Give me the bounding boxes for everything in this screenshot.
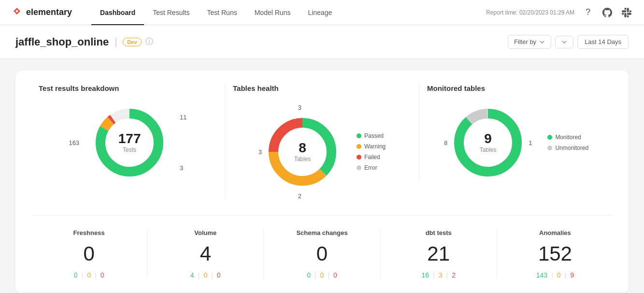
tables-health-section: Tables health 3 3 — [225, 84, 419, 200]
metrics-row: Freshness 0 0 | 0 | 0 Volume 4 4 | 0 | — [31, 229, 613, 279]
anomalies-sub: 143 | 0 | 9 — [505, 271, 605, 279]
days-filter-button[interactable]: Last 14 Days — [577, 35, 629, 49]
test-donut: 177 Tests — [91, 104, 168, 181]
legend-error: Error — [357, 164, 386, 171]
test-total-number: 177 — [118, 132, 141, 146]
dev-badge: Dev — [123, 38, 141, 46]
divider: | — [114, 36, 117, 47]
filter-area: Filter by Last 14 Days — [508, 35, 629, 49]
nav-test-runs[interactable]: Test Runs — [198, 0, 245, 25]
project-title: jaffle_shop_online — [15, 36, 109, 48]
freshness-green: 0 — [74, 271, 78, 279]
monitored-dot — [547, 135, 552, 140]
nav-model-runs[interactable]: Model Runs — [246, 0, 300, 25]
tables-top-label: 3 — [298, 104, 301, 111]
volume-red: 0 — [217, 271, 221, 279]
volume-orange: 0 — [203, 271, 207, 279]
tables-bottom-label: 2 — [298, 192, 301, 200]
test-total-label: Tests — [118, 146, 141, 153]
logo-icon — [12, 6, 22, 19]
metric-volume: Volume 4 4 | 0 | 0 — [147, 229, 263, 279]
monitored-donut: 9 Tables — [449, 104, 527, 181]
dbt-red: 2 — [452, 271, 456, 279]
freshness-value: 0 — [39, 242, 139, 265]
test-warning-label: 11 — [180, 114, 186, 121]
tables-health-title: Tables health — [225, 84, 279, 92]
warning-dot — [357, 144, 361, 149]
tables-donut-center: 8 Tables — [294, 141, 311, 162]
tables-total-number: 8 — [294, 141, 311, 155]
volume-green: 4 — [190, 271, 194, 279]
dbt-sub: 16 | 3 | 2 — [388, 271, 489, 279]
tables-legend: Passed Warning Failed Error — [357, 132, 386, 171]
test-passed-label: 163 — [69, 139, 79, 146]
freshness-orange: 0 — [87, 271, 91, 279]
monitored-tables-title: Monitored tables — [419, 84, 485, 92]
nav-test-results[interactable]: Test Results — [144, 0, 198, 25]
logo[interactable]: elementary — [12, 6, 72, 19]
freshness-red: 0 — [100, 271, 104, 279]
github-icon[interactable] — [601, 7, 613, 18]
test-failed-label: 3 — [180, 164, 186, 172]
error-dot — [357, 165, 361, 170]
dbt-title: dbt tests — [388, 229, 489, 236]
schema-value: 0 — [272, 242, 372, 265]
metric-dbt-tests: dbt tests 21 16 | 3 | 2 — [380, 229, 497, 279]
test-breakdown-section: Test results breakdown 163 — [31, 84, 225, 181]
legend-failed: Failed — [357, 154, 386, 161]
schema-red: 0 — [333, 271, 337, 279]
metric-freshness: Freshness 0 0 | 0 | 0 — [31, 229, 147, 279]
volume-value: 4 — [155, 242, 256, 265]
monitored-total-label: Tables — [480, 146, 497, 153]
monitored-legend: Monitored Unmonitored — [547, 134, 588, 151]
anomalies-orange: 0 — [557, 271, 561, 279]
monitored-tables-section: Monitored tables 8 — [419, 84, 613, 181]
dbt-green: 16 — [421, 271, 429, 279]
subheader: jaffle_shop_online | Dev ⓘ Filter by Las… — [0, 25, 644, 59]
info-icon[interactable]: ⓘ — [145, 37, 153, 47]
schema-title: Schema changes — [272, 229, 372, 236]
navbar: elementary Dashboard Test Results Test R… — [0, 0, 644, 25]
anomalies-title: Anomalies — [505, 229, 605, 236]
schema-sub: 0 | 0 | 0 — [272, 271, 372, 279]
schema-orange: 0 — [320, 271, 324, 279]
tables-total-label: Tables — [294, 156, 311, 162]
tables-left-label: 3 — [258, 148, 262, 156]
test-donut-center: 177 Tests — [118, 132, 141, 153]
report-time: Report time: 02/20/2023 01:29 AM — [486, 9, 574, 16]
unmonitored-dot — [547, 146, 552, 150]
nav-lineage[interactable]: Lineage — [299, 0, 341, 25]
slack-icon[interactable] — [621, 7, 632, 18]
monitored-right-label: 1 — [529, 139, 532, 146]
test-breakdown-chart: 163 1 — [69, 104, 186, 181]
test-breakdown-title: Test results breakdown — [31, 84, 119, 92]
legend-unmonitored: Unmonitored — [547, 145, 588, 151]
dbt-value: 21 — [388, 242, 489, 265]
metric-schema: Schema changes 0 0 | 0 | 0 — [263, 229, 380, 279]
dbt-orange: 3 — [439, 271, 443, 279]
dashboard-card: Test results breakdown 163 — [15, 71, 629, 293]
secondary-filter[interactable] — [555, 36, 573, 48]
metric-anomalies: Anomalies 152 143 | 0 | 9 — [497, 229, 613, 279]
monitored-total-number: 9 — [480, 132, 497, 146]
monitored-left-label: 8 — [444, 139, 447, 146]
help-icon[interactable]: ? — [582, 7, 594, 18]
filter-by-select[interactable]: Filter by — [508, 35, 551, 49]
legend-passed: Passed — [357, 132, 386, 139]
anomalies-value: 152 — [505, 242, 605, 265]
main-content: Test results breakdown 163 — [0, 59, 644, 293]
nav-links: Dashboard Test Results Test Runs Model R… — [91, 0, 341, 25]
tables-donut: 8 Tables — [264, 113, 341, 190]
nav-dashboard[interactable]: Dashboard — [91, 0, 144, 25]
failed-dot — [357, 155, 361, 160]
anomalies-red: 9 — [570, 271, 574, 279]
monitored-donut-center: 9 Tables — [480, 132, 497, 153]
logo-text: elementary — [26, 7, 72, 17]
freshness-sub: 0 | 0 | 0 — [39, 271, 139, 279]
nav-right: Report time: 02/20/2023 01:29 AM ? — [486, 7, 632, 18]
legend-monitored: Monitored — [547, 134, 588, 141]
legend-warning: Warning — [357, 143, 386, 150]
anomalies-green: 143 — [536, 271, 547, 279]
charts-row: Test results breakdown 163 — [31, 84, 613, 216]
passed-dot — [357, 133, 361, 138]
